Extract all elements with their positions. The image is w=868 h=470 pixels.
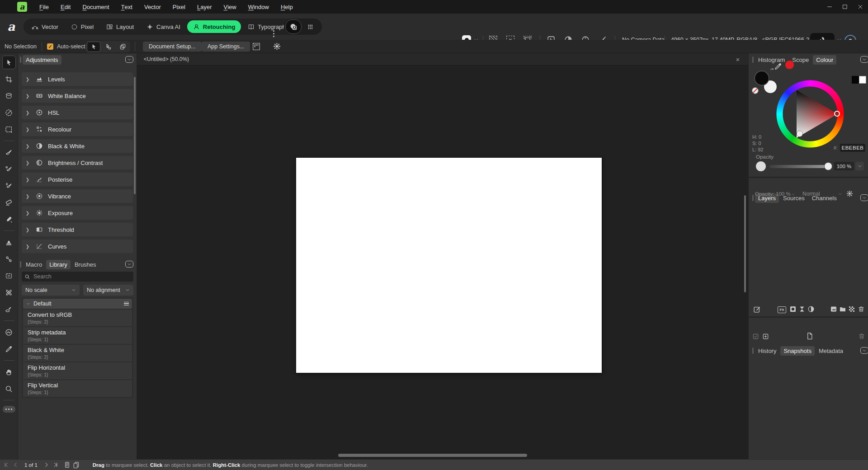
select-node-mode-button[interactable] [101, 42, 115, 52]
menu-pixel[interactable]: Pixel [167, 0, 191, 14]
adjustments-scrollbar[interactable] [134, 77, 136, 194]
expand-chevron-icon[interactable]: ❯ [22, 177, 33, 182]
menu-document[interactable]: Document [76, 0, 115, 14]
delete-layer-trash-icon[interactable] [858, 306, 865, 313]
zoom-tool[interactable] [2, 382, 16, 395]
persona-layout[interactable]: Layout [100, 20, 140, 33]
new-pixel-layer-icon[interactable] [848, 306, 855, 313]
adjustment-exposure[interactable]: ❯Exposure [22, 206, 133, 220]
pixel-tool[interactable] [2, 179, 16, 193]
macro-item[interactable]: Flip Horizontal{Steps: 1} [23, 362, 132, 379]
tab-colour[interactable]: Colour [813, 55, 836, 65]
tab-macro[interactable]: Macro [23, 260, 45, 269]
new-document-from-snapshot-icon[interactable] [806, 332, 813, 340]
macro-item[interactable]: Strip metadata{Steps: 1} [23, 327, 132, 344]
close-window-button[interactable] [853, 0, 868, 14]
tab-library[interactable]: Library [46, 260, 71, 269]
expand-chevron-icon[interactable]: ❯ [22, 160, 33, 165]
hue-selector-handle[interactable] [834, 111, 840, 117]
document-close-button[interactable]: × [734, 55, 742, 63]
more-tools-button[interactable] [3, 406, 15, 413]
expand-chevron-icon[interactable]: ❯ [22, 211, 33, 216]
group-menu-icon[interactable] [124, 302, 129, 306]
colour-picker-tool[interactable] [2, 342, 16, 356]
canvas-vertical-scrollbar[interactable] [744, 195, 746, 292]
colour-replacement-brush-tool[interactable] [2, 162, 16, 176]
tab-snapshots[interactable]: Snapshots [780, 346, 814, 356]
paint-brush-tool[interactable] [2, 146, 16, 159]
opacity-value-field[interactable]: 100 % [834, 162, 854, 170]
saturation-lightness-handle[interactable] [797, 131, 802, 136]
persona-pixel[interactable]: Pixel [65, 20, 99, 33]
expand-chevron-icon[interactable]: ❯ [22, 77, 33, 82]
blemish-removal-tool[interactable] [2, 286, 16, 299]
persona-retouching[interactable]: Retouching [187, 20, 241, 33]
auto-select-checkbox[interactable]: ✓ [47, 43, 53, 50]
mini-white-swatch[interactable] [859, 76, 866, 84]
paint-mixer-brush-tool[interactable] [2, 212, 16, 226]
adjustment-black-white[interactable]: ❯Black & White [22, 139, 133, 153]
layer-lock-icon[interactable] [857, 190, 864, 197]
expand-chevron-icon[interactable]: ❯ [22, 227, 33, 232]
marquee-select-tool[interactable] [2, 122, 16, 136]
adjustment-levels[interactable]: ❯Levels [22, 72, 133, 86]
adjustment-brightness-contrast[interactable]: ❯Brightness / Contrast [22, 156, 133, 169]
new-image-layer-icon[interactable] [830, 306, 837, 313]
delete-snapshot-trash-icon[interactable] [858, 333, 865, 340]
expand-chevron-icon[interactable]: ❯ [22, 127, 33, 132]
select-copy-mode-button[interactable] [116, 42, 129, 52]
macro-item[interactable]: Convert to sRGB{Steps: 2} [23, 310, 132, 326]
adjustments-panel-menu-button[interactable] [125, 56, 133, 63]
adjustment-white-balance[interactable]: ❯White Balance [22, 89, 133, 103]
document-tab[interactable]: <Untitled> (50.0%) [144, 56, 189, 62]
gear-icon[interactable] [273, 42, 281, 50]
tab-brushes[interactable]: Brushes [71, 260, 99, 269]
first-page-icon[interactable] [2, 462, 11, 468]
document-setup-button[interactable]: Document Setup... [143, 42, 202, 52]
tab-history[interactable]: History [755, 346, 779, 356]
add-snapshot-icon[interactable] [762, 333, 769, 340]
persona-vector[interactable]: Vector [26, 20, 64, 33]
search-input[interactable] [33, 273, 125, 280]
canvas-horizontal-scrollbar[interactable] [338, 454, 527, 457]
adjustment-threshold[interactable]: ❯Threshold [22, 223, 133, 236]
menu-edit[interactable]: Edit [55, 0, 76, 14]
opacity-slider-track[interactable] [769, 165, 829, 168]
crop-tool[interactable] [2, 72, 16, 86]
select-object-mode-button[interactable] [87, 42, 100, 52]
eyedropper-icon[interactable] [774, 62, 782, 70]
persona-canva-ai[interactable]: Canva AI [141, 20, 186, 33]
patch-tool[interactable] [2, 269, 16, 282]
adjustment-posterise[interactable]: ❯Posterise [22, 173, 133, 186]
healing-brush-tool[interactable] [2, 252, 16, 266]
adjustment-vibrance[interactable]: ❯Vibrance [22, 189, 133, 203]
menu-file[interactable]: File [33, 0, 55, 14]
scale-dropdown[interactable]: No scale [22, 285, 80, 296]
mini-black-swatch[interactable] [852, 76, 859, 84]
flood-select-tool[interactable] [2, 106, 16, 119]
adjustment-hsl[interactable]: ❯HSL [22, 106, 133, 119]
opacity-slider-knob[interactable] [825, 163, 832, 170]
macro-item[interactable]: Flip Vertical{Steps: 1} [23, 380, 132, 397]
menu-text[interactable]: Text [115, 0, 138, 14]
transform-grid-icon[interactable] [252, 42, 260, 51]
move-tool[interactable] [2, 56, 16, 69]
layer-fx-icon[interactable]: FX [778, 306, 786, 313]
layer-mask-icon[interactable] [789, 306, 797, 313]
clone-stamp-tool[interactable] [2, 235, 16, 249]
last-page-icon[interactable] [51, 462, 60, 468]
edit-layer-icon[interactable] [753, 306, 761, 313]
new-group-folder-icon[interactable] [839, 306, 846, 313]
maximize-button[interactable] [837, 0, 853, 14]
smudge-tool[interactable] [2, 302, 16, 316]
document-canvas[interactable] [296, 158, 602, 373]
expand-chevron-icon[interactable]: ❯ [22, 194, 33, 199]
selection-brush-tool[interactable] [2, 89, 16, 103]
live-filter-icon[interactable] [807, 306, 815, 313]
menu-vector[interactable]: Vector [138, 0, 167, 14]
view-tool[interactable] [2, 365, 16, 379]
snapshot-restore-icon[interactable] [752, 333, 759, 340]
opacity-dropdown-button[interactable] [855, 162, 864, 170]
tab-metadata[interactable]: Metadata [816, 346, 846, 356]
expand-chevron-icon[interactable]: ❯ [22, 110, 33, 115]
